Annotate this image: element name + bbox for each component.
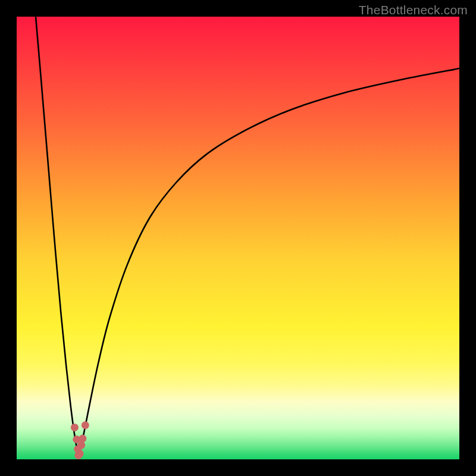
curve-left-branch	[36, 17, 79, 457]
data-marker	[76, 450, 84, 458]
curve-right-branch	[79, 68, 459, 457]
data-marker	[71, 424, 79, 431]
data-marker	[82, 421, 89, 429]
curve-layer	[17, 17, 459, 459]
plot-area	[17, 17, 459, 459]
data-marker	[79, 435, 86, 443]
outer-frame: TheBottleneck.com	[0, 0, 476, 476]
watermark-text: TheBottleneck.com	[359, 3, 468, 17]
data-marker	[77, 441, 85, 449]
marker-group	[71, 421, 89, 459]
